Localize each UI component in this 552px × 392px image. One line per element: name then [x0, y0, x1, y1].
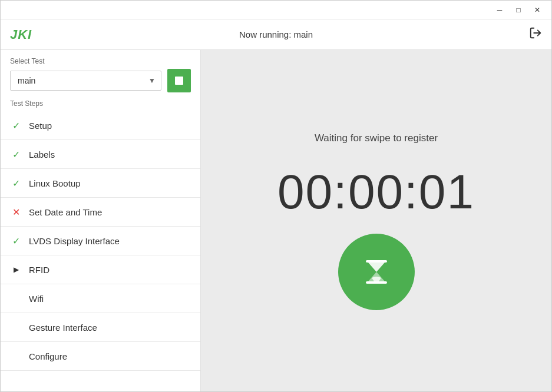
header: JKI Now running: main	[1, 19, 551, 50]
list-item[interactable]: Configure	[1, 342, 200, 371]
step-label: Gesture Interface	[29, 323, 97, 333]
list-item[interactable]: ✓Setup	[1, 111, 200, 140]
main-layout: Select Test main ▼ Test Steps ✓Setup✓Lab…	[1, 50, 551, 392]
left-panel: Select Test main ▼ Test Steps ✓Setup✓Lab…	[1, 50, 201, 392]
list-item[interactable]: ✓Linux Bootup	[1, 169, 200, 198]
step-label: Wifi	[29, 294, 44, 304]
empty-icon	[10, 350, 22, 362]
timer-display: 00:00:01	[277, 168, 475, 216]
test-select[interactable]: main	[10, 71, 161, 91]
step-label: LVDS Display Interface	[29, 236, 120, 246]
logout-icon[interactable]	[529, 26, 542, 42]
right-panel: Waiting for swipe to register 00:00:01	[201, 50, 551, 392]
check-icon: ✓	[10, 177, 22, 189]
cross-icon: ✕	[10, 206, 22, 218]
svg-rect-2	[366, 281, 387, 284]
step-label: Linux Bootup	[29, 178, 81, 188]
maximize-button[interactable]: □	[509, 1, 528, 19]
check-icon: ✓	[10, 119, 22, 131]
step-label: Configure	[29, 351, 67, 361]
list-item[interactable]: ✓LVDS Display Interface	[1, 227, 200, 255]
step-label: Set Date and Time	[29, 207, 102, 217]
play-icon: ▶	[10, 264, 22, 275]
list-item[interactable]: ▶RFID	[1, 255, 200, 284]
stop-icon	[175, 77, 183, 85]
minimize-button[interactable]: ─	[490, 1, 509, 19]
test-steps-label: Test Steps	[1, 99, 200, 111]
empty-icon	[10, 293, 22, 304]
list-item[interactable]: Gesture Interface	[1, 313, 200, 342]
waiting-text: Waiting for swipe to register	[315, 132, 438, 144]
svg-rect-1	[366, 260, 387, 263]
step-label: Setup	[29, 121, 52, 131]
hourglass-icon	[338, 234, 415, 310]
header-title: Now running: main	[239, 29, 313, 39]
step-label: RFID	[29, 265, 49, 275]
logo: JKI	[10, 27, 32, 42]
step-label: Labels	[29, 150, 55, 160]
select-row: main ▼	[1, 69, 200, 99]
check-icon: ✓	[10, 148, 22, 160]
check-icon: ✓	[10, 235, 22, 247]
select-test-label: Select Test	[1, 57, 200, 69]
list-item[interactable]: Wifi	[1, 284, 200, 313]
list-item[interactable]: ✕Set Date and Time	[1, 198, 200, 227]
select-wrapper: main ▼	[10, 71, 161, 91]
stop-button[interactable]	[167, 69, 191, 92]
titlebar: ─ □ ✕	[1, 1, 551, 19]
list-item[interactable]: ✓Labels	[1, 140, 200, 169]
steps-list: ✓Setup✓Labels✓Linux Bootup✕Set Date and …	[1, 111, 200, 392]
close-button[interactable]: ✕	[528, 1, 547, 19]
empty-icon	[10, 321, 22, 333]
